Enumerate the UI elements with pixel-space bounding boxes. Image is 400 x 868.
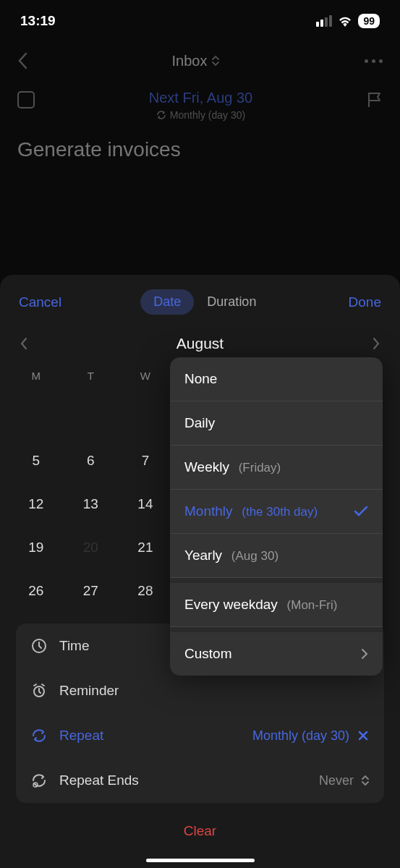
- repeat-row[interactable]: Repeat Monthly (day 30): [16, 713, 384, 758]
- weekday-header: M: [9, 364, 64, 388]
- repeat-option[interactable]: Every weekday (Mon-Fri): [170, 578, 383, 627]
- repeat-option[interactable]: Weekly (Friday): [170, 446, 383, 490]
- next-month-icon[interactable]: [373, 337, 380, 350]
- task-title[interactable]: Generate invoices: [0, 128, 400, 171]
- clock-icon: [30, 637, 48, 655]
- task-header: Next Fri, Aug 30 Monthly (day 30): [0, 90, 400, 128]
- repeat-ends-row[interactable]: Repeat Ends Never: [16, 758, 384, 803]
- calendar-day[interactable]: 27: [64, 573, 119, 609]
- weekday-header: W: [118, 364, 173, 388]
- repeat-option[interactable]: Monthly (the 30th day): [170, 490, 383, 534]
- repeat-option-label: Daily: [184, 415, 215, 430]
- calendar-day[interactable]: 26: [9, 573, 64, 609]
- repeat-option-detail: (Mon-Fri): [284, 598, 338, 612]
- repeat-option-label: Weekly: [184, 459, 229, 475]
- repeat-option-label: None: [184, 371, 217, 386]
- repeat-option[interactable]: Daily: [170, 401, 383, 446]
- nav-title-text: Inbox: [172, 53, 208, 69]
- task-checkbox[interactable]: [17, 91, 35, 109]
- clear-button[interactable]: Clear: [0, 823, 400, 839]
- date-duration-segment: Date Duration: [140, 289, 269, 315]
- nav-bar: Inbox: [0, 39, 400, 90]
- calendar-day[interactable]: 28: [118, 573, 173, 609]
- chevron-right-icon: [361, 648, 368, 660]
- status-bar: 13:19 99: [0, 0, 400, 39]
- repeat-ends-value: Never: [319, 773, 354, 788]
- calendar-day[interactable]: 6: [64, 443, 119, 479]
- clear-repeat-icon[interactable]: [357, 729, 370, 742]
- repeat-option-label: Custom: [184, 646, 231, 661]
- repeat-option[interactable]: Custom: [170, 627, 383, 676]
- tab-date[interactable]: Date: [140, 289, 194, 315]
- more-button[interactable]: [365, 59, 383, 63]
- calendar-day[interactable]: 19: [9, 529, 64, 566]
- reminder-label: Reminder: [59, 683, 119, 699]
- time-label: Time: [59, 638, 90, 654]
- back-icon[interactable]: [17, 52, 27, 69]
- task-recurrence: Monthly (day 30): [35, 109, 367, 121]
- alarm-icon: [30, 682, 48, 699]
- repeat-ends-label: Repeat Ends: [59, 773, 139, 788]
- cancel-button[interactable]: Cancel: [19, 294, 61, 310]
- check-icon: [354, 506, 368, 517]
- repeat-option[interactable]: None: [170, 357, 383, 401]
- status-indicators: 99: [316, 14, 380, 28]
- repeat-option-label: Yearly: [184, 548, 222, 563]
- calendar-day[interactable]: 14: [118, 486, 173, 522]
- calendar-day[interactable]: 7: [118, 443, 173, 479]
- battery-indicator: 99: [358, 14, 380, 28]
- flag-icon[interactable]: [367, 91, 383, 109]
- updown-icon: [211, 55, 220, 67]
- tab-duration[interactable]: Duration: [194, 289, 269, 315]
- calendar-day[interactable]: 12: [9, 486, 64, 522]
- task-date[interactable]: Next Fri, Aug 30: [35, 90, 367, 106]
- month-label[interactable]: August: [176, 335, 224, 352]
- repeat-option-label: Monthly: [184, 503, 233, 519]
- calendar-day[interactable]: 5: [9, 443, 64, 479]
- done-button[interactable]: Done: [349, 294, 381, 310]
- home-indicator[interactable]: [146, 859, 255, 862]
- repeat-ends-icon: [30, 772, 48, 789]
- wifi-icon: [337, 15, 353, 27]
- repeat-value: Monthly (day 30): [252, 728, 349, 744]
- calendar-day[interactable]: 21: [118, 529, 173, 566]
- repeat-icon: [30, 727, 48, 744]
- status-time: 13:19: [20, 13, 56, 29]
- weekday-header: T: [64, 364, 119, 388]
- repeat-label: Repeat: [59, 728, 103, 744]
- cellular-icon: [316, 15, 332, 27]
- repeat-option-detail: (the 30th day): [239, 505, 318, 519]
- repeat-option-detail: (Aug 30): [228, 549, 278, 563]
- repeat-popover: NoneDailyWeekly (Friday)Monthly (the 30t…: [170, 357, 383, 676]
- repeat-option-label: Every weekday: [184, 597, 278, 612]
- repeat-icon: [156, 110, 166, 120]
- updown-icon: [361, 775, 370, 786]
- repeat-option-detail: (Friday): [235, 461, 281, 475]
- nav-title[interactable]: Inbox: [172, 53, 221, 69]
- calendar-day[interactable]: 13: [64, 486, 119, 522]
- prev-month-icon[interactable]: [20, 337, 27, 350]
- calendar-day[interactable]: 20: [64, 529, 119, 566]
- repeat-option[interactable]: Yearly (Aug 30): [170, 534, 383, 578]
